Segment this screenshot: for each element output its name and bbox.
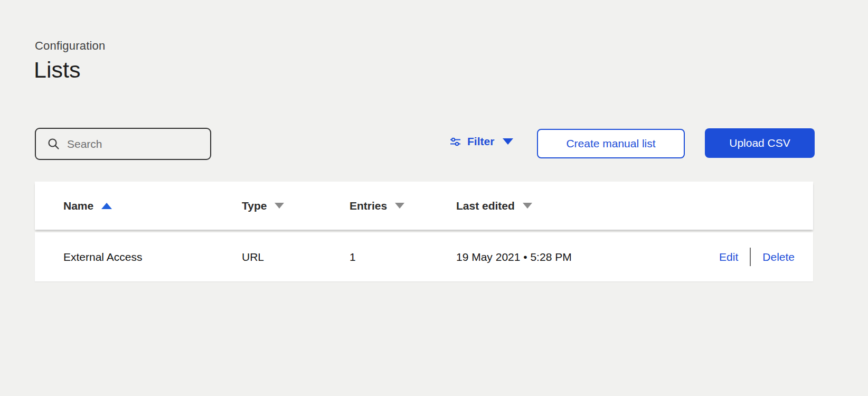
table-row: External Access URL 1 19 May 2021 • 5:28…: [35, 232, 813, 281]
cell-last-edited: 19 May 2021 • 5:28 PM: [456, 251, 620, 263]
filter-label: Filter: [467, 135, 494, 148]
column-header-name[interactable]: Name: [35, 200, 242, 212]
search-input[interactable]: [67, 138, 210, 150]
edit-link[interactable]: Edit: [719, 251, 738, 263]
chevron-down-icon: [503, 138, 513, 145]
search-icon: [48, 138, 60, 150]
filter-sliders-icon: [449, 136, 461, 148]
row-actions: Edit Delete: [620, 248, 813, 266]
sort-caret-icon: [523, 203, 532, 209]
search-box[interactable]: [35, 128, 211, 160]
breadcrumb: Configuration: [35, 39, 105, 53]
create-manual-list-button[interactable]: Create manual list: [537, 129, 685, 158]
upload-csv-button[interactable]: Upload CSV: [705, 128, 815, 158]
cell-name: External Access: [35, 251, 242, 263]
column-label: Type: [242, 200, 267, 212]
delete-link[interactable]: Delete: [762, 251, 795, 263]
sort-caret-icon: [275, 203, 284, 209]
column-header-entries[interactable]: Entries: [350, 200, 456, 212]
cell-type: URL: [242, 251, 350, 263]
table-header: Name Type Entries Last edited: [35, 182, 813, 230]
column-label: Entries: [350, 200, 387, 212]
sort-caret-icon: [395, 203, 404, 209]
page-title: Lists: [34, 57, 80, 83]
column-label: Name: [63, 200, 93, 212]
action-divider: [750, 248, 751, 266]
lists-page: Configuration Lists Filter Create manual…: [0, 0, 868, 396]
cell-entries: 1: [350, 251, 456, 263]
sort-ascending-icon: [101, 203, 112, 209]
column-label: Last edited: [456, 200, 515, 212]
filter-button[interactable]: Filter: [449, 131, 513, 152]
column-header-last-edited[interactable]: Last edited: [456, 200, 620, 212]
column-header-type[interactable]: Type: [242, 200, 350, 212]
